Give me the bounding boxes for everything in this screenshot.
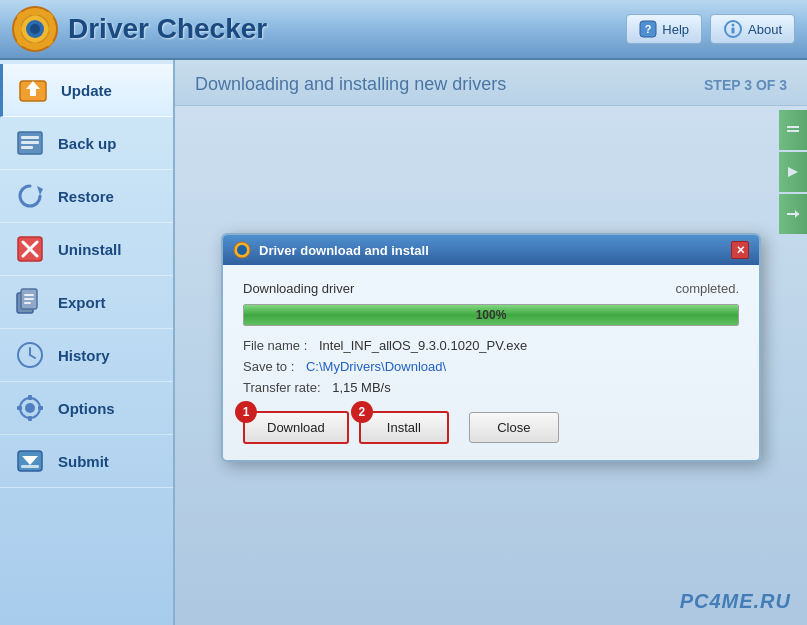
- install-button[interactable]: Install: [359, 411, 449, 444]
- logo-area: Driver Checker: [12, 6, 626, 52]
- dialog: Driver download and install ✕ Downloadin…: [221, 233, 761, 462]
- options-icon: [14, 392, 46, 424]
- sidebar-label-export: Export: [58, 294, 106, 311]
- download-button[interactable]: Download: [243, 411, 349, 444]
- sidebar-item-restore[interactable]: Restore: [0, 170, 173, 223]
- close-button[interactable]: Close: [469, 412, 559, 443]
- svg-rect-16: [732, 28, 735, 34]
- svg-rect-41: [38, 406, 43, 410]
- dialog-title-text: Driver download and install: [259, 243, 429, 258]
- content-area: Downloading and installing new drivers S…: [175, 60, 807, 625]
- dialog-close-button[interactable]: ✕: [731, 241, 749, 259]
- svg-rect-19: [30, 88, 36, 96]
- sidebar-item-export[interactable]: Export: [0, 276, 173, 329]
- main-layout: Update Back up Restore: [0, 60, 807, 625]
- app-logo-icon: [12, 6, 58, 52]
- header-buttons: ? Help About: [626, 14, 795, 44]
- svg-line-35: [30, 355, 35, 358]
- update-icon: [17, 74, 49, 106]
- app-title: Driver Checker: [68, 13, 267, 45]
- svg-point-54: [237, 245, 247, 255]
- step-2-badge: 2: [351, 401, 373, 423]
- svg-rect-31: [24, 298, 34, 300]
- watermark: PC4ME.RU: [680, 590, 791, 613]
- sidebar-label-submit: Submit: [58, 453, 109, 470]
- svg-rect-32: [24, 302, 31, 304]
- svg-point-37: [25, 403, 35, 413]
- svg-rect-5: [48, 26, 56, 32]
- sidebar-item-history[interactable]: History: [0, 329, 173, 382]
- progress-bar: 100%: [243, 304, 739, 326]
- step-1-badge: 1: [235, 401, 257, 423]
- svg-rect-2: [32, 8, 38, 16]
- svg-marker-24: [37, 186, 43, 195]
- dialog-body: Downloading driver completed. 100% File …: [223, 265, 759, 460]
- svg-rect-40: [17, 406, 22, 410]
- history-icon: [14, 339, 46, 371]
- download-btn-wrapper: 1 Download: [243, 411, 349, 444]
- svg-point-11: [30, 24, 40, 34]
- svg-rect-39: [28, 416, 32, 421]
- svg-point-15: [732, 24, 735, 27]
- progress-text: 100%: [244, 305, 738, 325]
- transfer-rate-row: Transfer rate: 1,15 MB/s: [243, 380, 739, 395]
- sidebar-item-submit[interactable]: Submit: [0, 435, 173, 488]
- app-header: Driver Checker ? Help About: [0, 0, 807, 60]
- help-icon: ?: [639, 20, 657, 38]
- svg-rect-23: [21, 146, 33, 149]
- dialog-titlebar: Driver download and install ✕: [223, 235, 759, 265]
- dialog-status-row: Downloading driver completed.: [243, 281, 739, 296]
- svg-rect-44: [21, 465, 39, 468]
- restore-icon: [14, 180, 46, 212]
- submit-icon: [14, 445, 46, 477]
- sidebar-item-uninstall[interactable]: Uninstall: [0, 223, 173, 276]
- save-to-value[interactable]: C:\MyDrivers\Download\: [306, 359, 446, 374]
- about-label: About: [748, 22, 782, 37]
- svg-rect-4: [14, 26, 22, 32]
- svg-rect-30: [24, 294, 34, 296]
- help-label: Help: [662, 22, 689, 37]
- sidebar: Update Back up Restore: [0, 60, 175, 625]
- save-to-label: Save to :: [243, 359, 294, 374]
- svg-rect-21: [21, 136, 39, 139]
- sidebar-label-options: Options: [58, 400, 115, 417]
- uninstall-icon: [14, 233, 46, 265]
- sidebar-label-update: Update: [61, 82, 112, 99]
- sidebar-label-history: History: [58, 347, 110, 364]
- sidebar-label-uninstall: Uninstall: [58, 241, 121, 258]
- svg-rect-22: [21, 141, 39, 144]
- svg-text:?: ?: [645, 23, 652, 35]
- file-name-label: File name :: [243, 338, 307, 353]
- download-status: completed.: [675, 281, 739, 296]
- file-name-value: Intel_INF_allOS_9.3.0.1020_PV.exe: [319, 338, 527, 353]
- dialog-title-icon: [233, 241, 251, 259]
- file-name-row: File name : Intel_INF_allOS_9.3.0.1020_P…: [243, 338, 739, 353]
- install-btn-wrapper: 2 Install: [359, 411, 449, 444]
- sidebar-label-restore: Restore: [58, 188, 114, 205]
- save-to-row: Save to : C:\MyDrivers\Download\: [243, 359, 739, 374]
- export-icon: [14, 286, 46, 318]
- sidebar-label-backup: Back up: [58, 135, 116, 152]
- transfer-rate-label: Transfer rate:: [243, 380, 321, 395]
- about-button[interactable]: About: [710, 14, 795, 44]
- sidebar-item-options[interactable]: Options: [0, 382, 173, 435]
- about-icon: [723, 20, 743, 38]
- help-button[interactable]: ? Help: [626, 14, 702, 44]
- sidebar-item-update[interactable]: Update: [0, 64, 173, 117]
- dialog-action-buttons: 1 Download 2 Install Close: [243, 411, 739, 444]
- svg-rect-38: [28, 395, 32, 400]
- sidebar-item-backup[interactable]: Back up: [0, 117, 173, 170]
- backup-icon: [14, 127, 46, 159]
- downloading-label: Downloading driver: [243, 281, 354, 296]
- dialog-overlay: Driver download and install ✕ Downloadin…: [175, 60, 807, 625]
- dialog-title-content: Driver download and install: [233, 241, 429, 259]
- transfer-rate-value: 1,15 MB/s: [332, 380, 391, 395]
- svg-rect-3: [32, 42, 38, 50]
